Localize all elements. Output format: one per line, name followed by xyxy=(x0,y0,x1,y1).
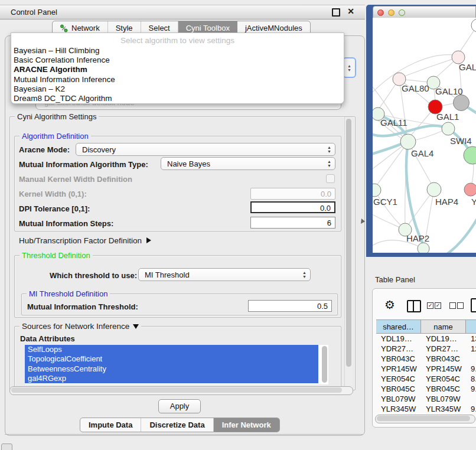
table-row[interactable]: YER054CYER054C8. xyxy=(376,374,476,384)
settings-scrollbar-thumb[interactable] xyxy=(346,119,351,367)
list-item[interactable]: gal4RGexp xyxy=(25,374,318,383)
apply-button[interactable]: Apply xyxy=(158,399,201,413)
aracne-mode-label: Aracne Mode: xyxy=(19,145,70,154)
node-salmon xyxy=(464,183,476,196)
control-panel-titlebar: Control Panel ✕ xyxy=(0,5,365,19)
table-panel: ⚙ ✓ ✓ shared… name A YDL19…YDL19…13 YDR2… xyxy=(372,288,476,428)
table-row[interactable]: YBL079WYBL079W xyxy=(376,394,476,404)
tab-infer-network[interactable]: Infer Network xyxy=(214,418,279,432)
algorithm-dropdown-popup: Select algorithm to view settings Bayesi… xyxy=(11,32,344,104)
new-table-icon[interactable] xyxy=(471,298,476,312)
mi-threshold-label: Mutual Information Threshold: xyxy=(27,302,138,311)
data-attributes-list[interactable]: SelfLoops TopologicalCoefficient Between… xyxy=(25,345,328,384)
table-row[interactable]: YDL19…YDL19…13 xyxy=(376,334,476,344)
list-item[interactable]: SelfLoops xyxy=(25,345,318,354)
attributes-scrollbar[interactable] xyxy=(321,345,328,384)
expanded-arrow-icon xyxy=(133,324,139,329)
list-item[interactable]: TopologicalCoefficient xyxy=(25,354,318,364)
kernel-width-input[interactable]: 0.0 xyxy=(250,188,335,200)
node-gal4 xyxy=(400,134,416,149)
control-panel-title: Control Panel xyxy=(11,8,57,17)
which-threshold-combo[interactable]: MI Threshold ▲▼ xyxy=(138,268,311,281)
node-label: GAL1 xyxy=(436,112,459,122)
dropdown-item-bayesian-hill-climbing[interactable]: Bayesian – Hill Climbing xyxy=(11,46,344,56)
threshold-definition-title: Threshold Definition xyxy=(19,251,93,260)
mi-threshold-input[interactable]: 0.5 xyxy=(248,300,332,312)
gear-icon[interactable]: ⚙ xyxy=(384,299,395,311)
dropdown-placeholder: Select algorithm to view settings xyxy=(11,33,344,46)
node-label: GAL xyxy=(459,62,476,72)
node-bottom xyxy=(418,243,429,253)
collapsed-arrow-icon xyxy=(146,237,151,243)
table-panel-title: Table Panel xyxy=(375,275,415,284)
dropdown-item-aracne[interactable]: ARACNE Algorithm xyxy=(11,65,344,74)
unchecked-checkbox-icon[interactable] xyxy=(457,302,464,309)
table-row[interactable]: YDR27…YDR27…12 xyxy=(376,344,476,354)
which-threshold-label: Which threshold to use: xyxy=(50,271,137,280)
list-item[interactable]: BetweennessCentrality xyxy=(25,364,318,374)
table-row[interactable]: YBR045CYBR045C9. xyxy=(376,384,476,394)
settings-horizontal-scrollbar[interactable] xyxy=(9,386,353,395)
network-icon xyxy=(60,24,68,32)
hub-definition-toggle[interactable]: Hub/Transcription Factor Definition xyxy=(19,236,151,245)
column-header-name[interactable]: name xyxy=(421,320,466,333)
settings-hscrollbar-thumb[interactable] xyxy=(11,387,342,393)
float-window-icon[interactable] xyxy=(332,8,340,17)
table-hscrollbar-thumb[interactable] xyxy=(377,416,470,421)
attributes-scrollbar-thumb[interactable] xyxy=(322,346,327,383)
dropdown-item-mutual-information[interactable]: Mutual Information Inference xyxy=(11,75,344,84)
node-label: HAP2 xyxy=(406,233,429,243)
node-label: GAL10 xyxy=(435,86,463,96)
algorithm-definition-title: Algorithm Definition xyxy=(19,132,91,141)
cyni-bottom-tabbar: Impute Data Discretize Data Infer Networ… xyxy=(80,418,280,432)
corner-chip[interactable] xyxy=(1,444,12,450)
kernel-width-label: Kernel Width (0,1): xyxy=(19,190,87,198)
algorithm-combo-stepper[interactable]: ▲▼ xyxy=(343,57,356,78)
screen: Control Panel ✕ Network Style Select Cyn… xyxy=(0,0,476,450)
mouse-cursor xyxy=(360,218,366,225)
unchecked-checkbox-icon[interactable] xyxy=(449,302,456,309)
split-columns-icon[interactable] xyxy=(407,300,421,312)
node-gcy1 xyxy=(373,184,381,197)
node-label: Y xyxy=(471,197,476,207)
panel-bottom-border xyxy=(5,434,363,435)
column-header-cut[interactable]: A xyxy=(466,320,476,333)
settings-vertical-scrollbar[interactable] xyxy=(344,117,353,387)
dropdown-item-bayesian-k2[interactable]: Bayesian – K2 xyxy=(11,84,344,94)
dpi-tolerance-input[interactable]: 0.0 xyxy=(250,201,335,213)
node-gray xyxy=(454,95,470,111)
network-view-window[interactable]: GAL GAL80 GAL10 GAL1 GAL11 SWI4 GAL4 GCY… xyxy=(366,5,476,257)
dropdown-item-basic-correlation[interactable]: Basic Correlation Inference xyxy=(11,56,344,65)
node xyxy=(471,19,476,32)
table-row[interactable]: YPR145WYPR145W9. xyxy=(376,364,476,374)
node-swi4 xyxy=(442,122,455,135)
column-header-shared[interactable]: shared… xyxy=(376,320,421,333)
aracne-mode-combo[interactable]: Discovery ▲▼ xyxy=(76,143,335,156)
close-icon[interactable]: ✕ xyxy=(347,6,354,16)
manual-kernel-checkbox[interactable] xyxy=(326,174,335,183)
sources-title[interactable]: Sources for Network Inference xyxy=(19,322,141,331)
mi-type-label: Mutual Information Algorithm Type: xyxy=(19,160,148,169)
tab-discretize-data[interactable]: Discretize Data xyxy=(141,418,213,432)
table-row[interactable]: YLR345WYLR345W9. xyxy=(376,404,476,414)
dropdown-item-dream8[interactable]: Dream8 DC_TDC Algorithm xyxy=(11,94,344,103)
table-header-row: shared… name A xyxy=(376,319,476,334)
mi-steps-input[interactable]: 6 xyxy=(250,217,335,229)
node-label: SWI4 xyxy=(450,136,472,146)
minimize-traffic-light-icon[interactable] xyxy=(388,9,395,16)
tab-impute-data[interactable]: Impute Data xyxy=(80,418,141,432)
zoom-traffic-light-icon[interactable] xyxy=(399,9,405,16)
close-traffic-light-icon[interactable] xyxy=(377,9,384,16)
data-attributes-label: Data Attributes xyxy=(20,334,75,343)
mi-type-combo[interactable]: Naive Bayes ▲▼ xyxy=(161,157,335,170)
checked-checkbox-icon[interactable]: ✓ xyxy=(435,302,441,309)
node-label: GCY1 xyxy=(373,197,397,207)
checked-checkbox-icon[interactable]: ✓ xyxy=(427,302,433,309)
table-horizontal-scrollbar[interactable] xyxy=(375,415,475,423)
network-window-titlebar[interactable] xyxy=(373,6,476,18)
combo-arrows-icon: ▲▼ xyxy=(327,159,331,168)
network-canvas[interactable]: GAL GAL80 GAL10 GAL1 GAL11 SWI4 GAL4 GCY… xyxy=(373,18,476,253)
table-row[interactable]: YBR043CYBR043C xyxy=(376,354,476,364)
combo-arrows-icon: ▲▼ xyxy=(327,145,331,154)
node-label: GAL11 xyxy=(380,118,407,128)
